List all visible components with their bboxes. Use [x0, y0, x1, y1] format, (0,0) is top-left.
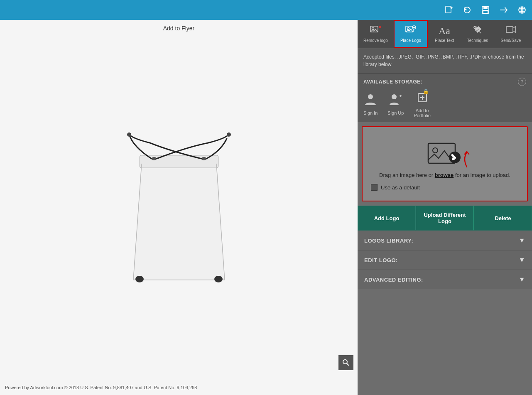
storage-section: AVAILABLE STORAGE: ? Sign In [358, 73, 532, 122]
refresh-icon[interactable] [461, 3, 474, 17]
svg-point-42 [433, 148, 438, 153]
techniques-icon [473, 25, 483, 37]
place-logo-button[interactable]: Place Logo [394, 20, 428, 48]
add-page-icon[interactable] [442, 3, 456, 17]
svg-point-35 [392, 94, 397, 99]
svg-point-27 [407, 28, 409, 30]
place-text-button[interactable]: Aa Place Text [428, 20, 461, 48]
techniques-button[interactable]: Techniques [461, 20, 494, 48]
sign-up-icon [389, 93, 403, 109]
sign-in-label: Sign In [363, 110, 378, 115]
advanced-editing-section: ADVANCED EDITING: ▼ [358, 270, 532, 289]
footer-text: Powered by Artworktool.com © 2018 U.S. P… [5, 385, 197, 390]
svg-rect-4 [484, 7, 487, 9]
browse-link[interactable]: browse [435, 172, 454, 178]
logos-library-header[interactable]: LOGOS LIBRARY: ▼ [358, 231, 532, 250]
toolbar-row: Remove logo Place Logo Aa Pl [358, 20, 532, 48]
help-icon[interactable]: ? [518, 78, 526, 86]
edit-logo-section: EDIT LOGO: ▼ [358, 250, 532, 270]
storage-title: AVAILABLE STORAGE: [363, 79, 422, 85]
send-save-button[interactable]: Send/Save [494, 20, 527, 48]
share-icon[interactable] [497, 3, 510, 17]
upload-drag-text: Drag an image here or browse for an imag… [379, 172, 510, 178]
svg-point-12 [201, 157, 206, 160]
advanced-editing-label: ADVANCED EDITING: [364, 277, 423, 283]
upload-different-logo-button[interactable]: Upload Different Logo [416, 206, 474, 231]
remove-logo-label: Remove logo [363, 38, 388, 43]
techniques-label: Techniques [467, 38, 488, 43]
default-label: Use as a default [381, 184, 420, 191]
add-portfolio-label: Add toPortfolio [414, 108, 430, 118]
default-checkbox[interactable] [371, 184, 378, 191]
logos-library-label: LOGOS LIBRARY: [364, 238, 413, 244]
product-image [108, 130, 250, 297]
storage-actions: Sign In Sign Up 🔒 [363, 90, 526, 118]
svg-point-16 [135, 276, 144, 282]
product-image-container [108, 32, 250, 395]
remove-logo-icon [370, 25, 381, 37]
action-buttons-row: Add Logo Upload Different Logo Delete [358, 206, 532, 231]
canvas-area: Add to Flyer [0, 20, 358, 395]
upload-drop-zone[interactable]: Drag an image here or browse for an imag… [362, 126, 528, 201]
main-layout: Add to Flyer [0, 20, 532, 395]
remove-logo-button[interactable]: Remove logo [358, 20, 394, 48]
svg-point-11 [152, 157, 157, 160]
search-button[interactable] [338, 355, 353, 370]
svg-point-23 [372, 28, 374, 30]
storage-header: AVAILABLE STORAGE: ? [363, 78, 526, 86]
svg-rect-5 [483, 10, 488, 13]
send-save-label: Send/Save [501, 38, 521, 43]
add-portfolio-button[interactable]: 🔒 Add toPortfolio [414, 90, 430, 118]
add-logo-button[interactable]: Add Logo [358, 206, 416, 231]
place-logo-label: Place Logo [400, 38, 421, 43]
edit-logo-header[interactable]: EDIT LOGO: ▼ [358, 250, 532, 270]
edit-logo-chevron: ▼ [519, 256, 525, 264]
svg-point-19 [227, 132, 231, 137]
svg-rect-33 [506, 27, 513, 32]
top-bar [0, 0, 532, 20]
send-save-icon [505, 25, 516, 37]
sign-in-button[interactable]: Sign In [363, 93, 378, 115]
svg-point-17 [214, 276, 223, 282]
accepted-files-text: Accepted files: .JPEG, .GIF, .PNG, .BMP,… [358, 48, 532, 73]
place-text-label: Place Text [435, 38, 454, 43]
logos-library-chevron: ▼ [519, 237, 525, 244]
sign-in-icon [364, 93, 377, 109]
svg-point-18 [127, 132, 131, 137]
advanced-editing-header[interactable]: ADVANCED EDITING: ▼ [358, 270, 532, 289]
upload-icon [426, 137, 463, 166]
svg-line-21 [347, 363, 349, 366]
place-logo-icon [405, 25, 417, 37]
svg-point-20 [343, 360, 347, 364]
delete-button[interactable]: Delete [474, 206, 532, 231]
sign-up-label: Sign Up [387, 110, 404, 115]
advanced-editing-chevron: ▼ [519, 276, 525, 283]
svg-rect-10 [140, 155, 218, 168]
logos-library-section: LOGOS LIBRARY: ▼ [358, 231, 532, 250]
arrow-indicator [461, 148, 473, 171]
save-icon[interactable] [479, 3, 492, 17]
add-to-flyer-label: Add to Flyer [163, 25, 194, 32]
right-panel: Remove logo Place Logo Aa Pl [358, 20, 532, 395]
sign-up-button[interactable]: Sign Up [387, 93, 404, 115]
default-checkbox-row: Use as a default [369, 184, 420, 191]
top-bar-icons [442, 3, 529, 17]
translate-icon[interactable] [515, 3, 529, 17]
svg-rect-0 [446, 6, 451, 13]
place-text-icon: Aa [439, 25, 450, 37]
svg-point-34 [368, 94, 373, 99]
edit-logo-label: EDIT LOGO: [364, 257, 398, 263]
